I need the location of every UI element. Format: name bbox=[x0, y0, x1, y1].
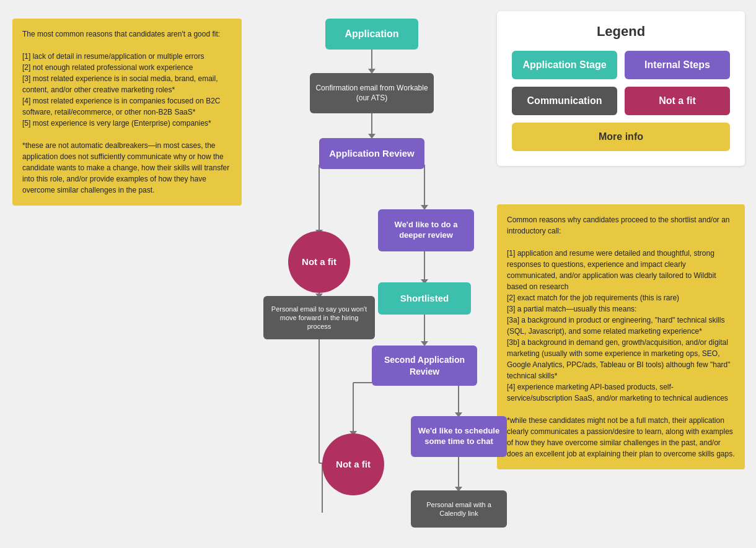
legend-item-communication: Communication bbox=[512, 87, 617, 115]
node-not-a-fit-1: Not a fit bbox=[288, 231, 350, 293]
node-deeper-review: We'd like to do a deeper review bbox=[378, 209, 474, 251]
legend-item-more-info: More info bbox=[512, 123, 730, 151]
right-info-box: Common reasons why candidates proceed to… bbox=[497, 204, 745, 469]
page-container: The most common reasons that candidates … bbox=[0, 0, 756, 548]
flow-container: Application Confirmation email from Work… bbox=[245, 11, 499, 544]
legend-box: Legend Application Stage Internal Steps … bbox=[497, 11, 745, 166]
left-info-text: The most common reasons that candidates … bbox=[22, 28, 232, 196]
node-personal-email-2: Personal email with a Calendly link bbox=[411, 490, 507, 528]
node-not-a-fit-2: Not a fit bbox=[322, 433, 384, 495]
node-confirmation-email: Confirmation email from Workable (our AT… bbox=[310, 73, 434, 113]
node-schedule-chat: We'd like to schedule some time to chat bbox=[411, 416, 507, 457]
node-shortlisted: Shortlisted bbox=[378, 282, 471, 315]
right-info-text: Common reasons why candidates proceed to… bbox=[507, 214, 735, 459]
node-personal-email-1: Personal email to say you won't move for… bbox=[263, 296, 375, 339]
node-application: Application bbox=[325, 19, 418, 50]
node-application-review: Application Review bbox=[319, 138, 424, 169]
node-second-review: Second Application Review bbox=[372, 346, 477, 386]
legend-grid: Application Stage Internal Steps Communi… bbox=[512, 51, 730, 151]
legend-item-internal-steps: Internal Steps bbox=[625, 51, 730, 79]
legend-item-not-a-fit: Not a fit bbox=[625, 87, 730, 115]
legend-title: Legend bbox=[512, 24, 730, 40]
legend-item-app-stage: Application Stage bbox=[512, 51, 617, 79]
left-info-box: The most common reasons that candidates … bbox=[12, 19, 242, 206]
